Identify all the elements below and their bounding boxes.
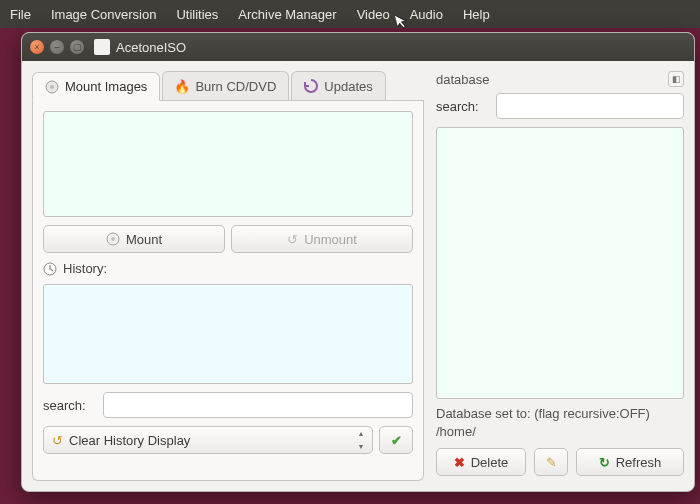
tab-mount-images[interactable]: Mount Images [32, 72, 160, 101]
window-maximize-button[interactable]: ▢ [70, 40, 84, 54]
mount-icon [106, 232, 120, 246]
window-minimize-button[interactable]: – [50, 40, 64, 54]
tab-mount-label: Mount Images [65, 79, 147, 94]
refresh-icon: ↻ [599, 455, 610, 470]
delete-button-label: Delete [471, 455, 509, 470]
edit-button[interactable]: ✎ [534, 448, 568, 476]
menu-image-conversion[interactable]: Image Conversion [41, 3, 167, 26]
database-status: Database set to: (flag recursive:OFF) /h… [436, 405, 684, 440]
right-search-label: search: [436, 99, 488, 114]
combo-stepper[interactable]: ▲ ▼ [354, 430, 368, 450]
delete-icon: ✖ [454, 455, 465, 470]
undo-arrow-icon: ↺ [52, 433, 63, 448]
left-search-label: search: [43, 398, 95, 413]
menu-utilities[interactable]: Utilities [166, 3, 228, 26]
pencil-icon: ✎ [546, 455, 557, 470]
unmount-button-label: Unmount [304, 232, 357, 247]
window-titlebar[interactable]: × – ▢ AcetoneISO [22, 33, 694, 61]
clear-history-label: Clear History Display [69, 433, 190, 448]
right-search-input[interactable] [496, 93, 684, 119]
panel-detach-button[interactable]: ◧ [668, 71, 684, 87]
tab-updates[interactable]: Updates [291, 71, 385, 100]
check-icon: ✔ [391, 433, 402, 448]
system-menubar: File Image Conversion Utilities Archive … [0, 0, 700, 28]
refresh-button-label: Refresh [616, 455, 662, 470]
tab-mount-content: Mount ↺ Unmount History: search: [32, 101, 424, 481]
delete-button[interactable]: ✖ Delete [436, 448, 526, 476]
app-window: × – ▢ AcetoneISO Mount Images 🔥 Burn CD/… [21, 32, 695, 492]
svg-point-3 [111, 237, 115, 241]
tab-burn-label: Burn CD/DVD [195, 79, 276, 94]
refresh-button[interactable]: ↻ Refresh [576, 448, 684, 476]
undo-icon: ↺ [287, 232, 298, 247]
unmount-button[interactable]: ↺ Unmount [231, 225, 413, 253]
tab-bar: Mount Images 🔥 Burn CD/DVD Updates [32, 71, 424, 101]
tab-burn-cd-dvd[interactable]: 🔥 Burn CD/DVD [162, 71, 289, 100]
menu-video[interactable]: Video [347, 3, 400, 26]
window-title: AcetoneISO [116, 40, 186, 55]
chevron-up-icon: ▲ [354, 430, 368, 437]
clear-history-combo[interactable]: ↺ Clear History Display ▲ ▼ [43, 426, 373, 454]
clock-icon [43, 262, 57, 276]
updates-icon [304, 79, 318, 93]
svg-point-1 [50, 85, 54, 89]
left-search-input[interactable] [103, 392, 413, 418]
history-list[interactable] [43, 284, 413, 384]
window-close-button[interactable]: × [30, 40, 44, 54]
confirm-clear-button[interactable]: ✔ [379, 426, 413, 454]
chevron-down-icon: ▼ [354, 443, 368, 450]
mount-button[interactable]: Mount [43, 225, 225, 253]
mount-button-label: Mount [126, 232, 162, 247]
history-label: History: [63, 261, 107, 276]
menu-archive-manager[interactable]: Archive Manager [228, 3, 346, 26]
detach-icon: ◧ [672, 74, 681, 84]
database-list[interactable] [436, 127, 684, 399]
app-icon [94, 39, 110, 55]
mounted-images-list[interactable] [43, 111, 413, 217]
menu-file[interactable]: File [6, 3, 41, 26]
database-header: database [436, 72, 490, 87]
database-status-line-1: Database set to: (flag recursive:OFF) [436, 405, 684, 423]
menu-help[interactable]: Help [453, 3, 500, 26]
disc-mount-icon [45, 80, 59, 94]
burn-icon: 🔥 [175, 79, 189, 93]
database-status-line-2: /home/ [436, 423, 684, 441]
menu-audio[interactable]: Audio [400, 3, 453, 26]
tab-updates-label: Updates [324, 79, 372, 94]
